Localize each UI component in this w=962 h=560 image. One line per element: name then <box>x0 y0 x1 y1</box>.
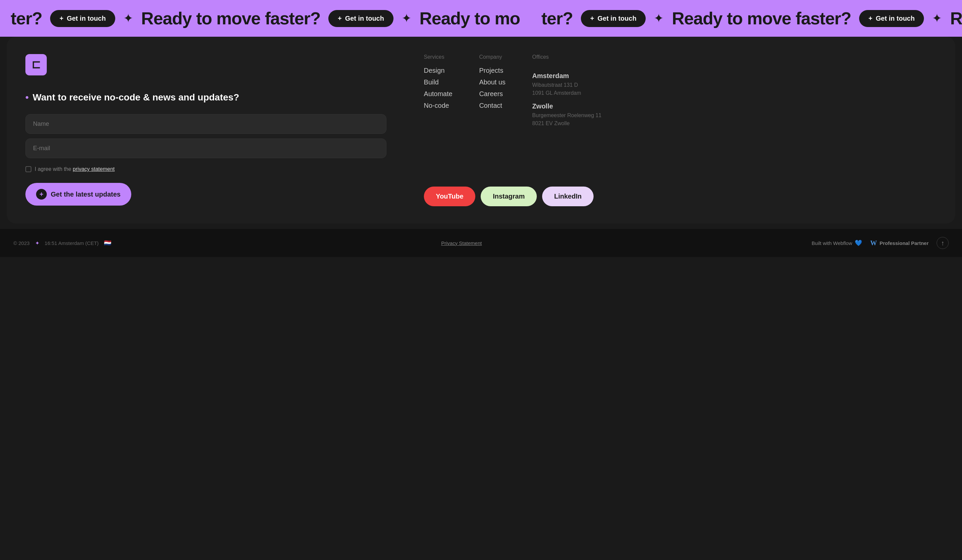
banner-item: ter? + Get in touch ✦ Ready to move fast… <box>0 8 531 28</box>
time-text: 16:51 Amsterdam (CET) <box>45 240 99 246</box>
banner-item-dup: ter? + Get in touch ✦ Ready to move fast… <box>531 8 962 28</box>
newsletter-form <box>25 114 386 158</box>
company-column: Company Projects About us Careers Contac… <box>479 54 505 127</box>
webflow-badge: Built with Webflow 💙 <box>812 239 862 247</box>
banner-cross-icon-2: ✦ <box>402 12 412 24</box>
bottom-right: Built with Webflow 💙 W Professional Part… <box>812 237 949 249</box>
banner-btn-plus-dup: + <box>590 14 594 23</box>
zwolle-city: Zwolle <box>532 103 601 110</box>
services-column: Services Design Build Automate No-code <box>424 54 453 127</box>
nav-link-nocode[interactable]: No-code <box>424 102 453 109</box>
copyright-text: © 2023 <box>13 240 30 246</box>
nav-link-careers[interactable]: Careers <box>479 90 505 98</box>
get-latest-updates-button[interactable]: + Get the latest updates <box>25 183 131 206</box>
footer-right-panel: Services Design Build Automate No-code C… <box>405 37 955 224</box>
scroll-to-top-button[interactable]: ↑ <box>937 237 949 249</box>
nl-flag: 🇳🇱 <box>104 239 111 247</box>
bullet-dot: • <box>25 92 29 103</box>
name-input[interactable] <box>25 114 386 134</box>
submit-plus-icon: + <box>36 189 47 200</box>
banner-full-text-dup: Ready to move faster? <box>672 8 851 28</box>
amsterdam-address: Wibautstraat 131 D1091 GL Amsterdam <box>532 81 601 97</box>
privacy-link[interactable]: privacy statement <box>73 166 115 172</box>
nav-link-projects[interactable]: Projects <box>479 67 505 74</box>
banner-btn-plus-dup2: + <box>868 14 873 23</box>
banner-get-in-touch-button-2[interactable]: + Get in touch <box>328 10 393 27</box>
nav-link-contact[interactable]: Contact <box>479 102 505 109</box>
banner-btn-plus-2: + <box>338 14 342 23</box>
logo-box: ⊏ <box>25 54 47 76</box>
bottom-bar: © 2023 ✦ 16:51 Amsterdam (CET) 🇳🇱 Privac… <box>0 229 962 257</box>
instagram-button[interactable]: Instagram <box>481 187 537 206</box>
banner-cross-icon-dup2: ✦ <box>932 12 942 24</box>
banner-cross-icon: ✦ <box>123 12 133 24</box>
newsletter-heading: • Want to receive no-code & news and upd… <box>25 92 386 103</box>
footer-left-panel: ⊏ • Want to receive no-code & news and u… <box>7 37 405 224</box>
bottom-divider-cross: ✦ <box>35 240 39 246</box>
services-title: Services <box>424 54 453 60</box>
offices-column: Offices Amsterdam Wibautstraat 131 D1091… <box>532 54 601 127</box>
webflow-text: Built with Webflow <box>812 240 852 246</box>
youtube-button[interactable]: YouTube <box>424 187 476 206</box>
nav-link-automate[interactable]: Automate <box>424 90 453 98</box>
banner-track: ter? + Get in touch ✦ Ready to move fast… <box>0 8 962 28</box>
banner-partial-text: ter? <box>11 8 42 28</box>
social-buttons-row: YouTube Instagram LinkedIn <box>424 180 937 206</box>
logo-letter: ⊏ <box>31 58 40 71</box>
banner-get-in-touch-button-dup[interactable]: + Get in touch <box>581 10 646 27</box>
partner-text: Professional Partner <box>880 240 928 246</box>
banner-full-text: Ready to move faster? <box>141 8 321 28</box>
offices-title: Offices <box>532 54 601 60</box>
banner-get-in-touch-button-dup2[interactable]: + Get in touch <box>859 10 924 27</box>
nav-link-about[interactable]: About us <box>479 79 505 86</box>
nav-link-build[interactable]: Build <box>424 79 453 86</box>
professional-partner: W Professional Partner <box>870 239 928 247</box>
nav-links-row: Services Design Build Automate No-code C… <box>424 54 937 127</box>
zwolle-address: Burgemeester Roelenweg 118021 EV Zwolle <box>532 111 601 127</box>
amsterdam-city: Amsterdam <box>532 72 601 80</box>
nav-link-design[interactable]: Design <box>424 67 453 74</box>
privacy-label: I agree with the privacy statement <box>35 166 115 172</box>
privacy-statement-link[interactable]: Privacy Statement <box>441 240 482 246</box>
banner-cross-icon-dup: ✦ <box>654 12 664 24</box>
privacy-checkbox[interactable] <box>25 166 31 172</box>
webflow-heart-icon: 💙 <box>855 239 862 247</box>
banner-partial-text-dup: ter? <box>541 8 573 28</box>
linkedin-button[interactable]: LinkedIn <box>542 187 594 206</box>
footer-card: ⊏ • Want to receive no-code & news and u… <box>7 37 955 224</box>
privacy-checkbox-row: I agree with the privacy statement <box>25 166 386 172</box>
webflow-w-icon: W <box>870 239 877 247</box>
bottom-left: © 2023 ✦ 16:51 Amsterdam (CET) 🇳🇱 <box>13 239 111 247</box>
top-banner: ter? + Get in touch ✦ Ready to move fast… <box>0 0 962 37</box>
banner-get-in-touch-button[interactable]: + Get in touch <box>50 10 115 27</box>
company-title: Company <box>479 54 505 60</box>
banner-partial-text-2: Ready to mo <box>420 8 520 28</box>
banner-partial-text-dup2: Ready to mo <box>950 8 962 28</box>
email-input[interactable] <box>25 138 386 158</box>
banner-btn-plus: + <box>60 14 63 23</box>
